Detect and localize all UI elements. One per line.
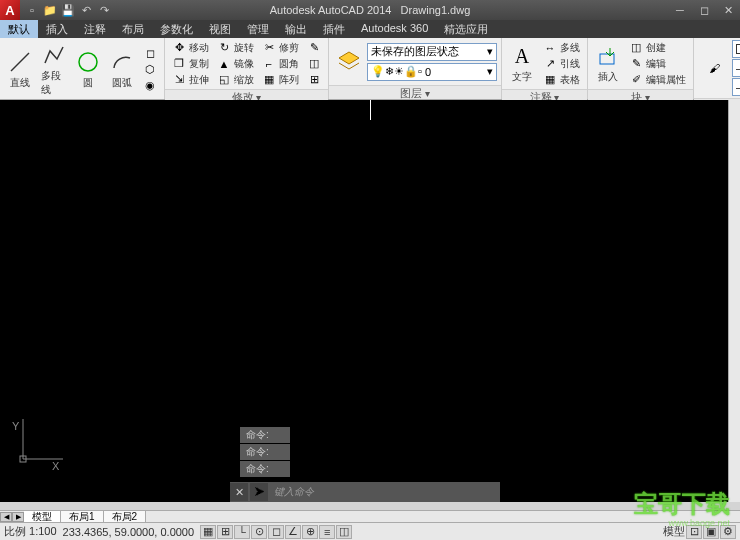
text-button[interactable]: A 文字	[506, 41, 538, 86]
match-icon: 🖌	[701, 55, 727, 81]
arc-icon	[109, 49, 135, 75]
maximize-button[interactable]: ◻	[692, 2, 716, 18]
grid-toggle[interactable]: ⊞	[217, 525, 233, 539]
command-input[interactable]: 键入命令	[274, 485, 500, 499]
watermark-url: www.baoge.net	[668, 518, 730, 528]
ribbon-tabs: 默认 插入 注释 布局 参数化 视图 管理 输出 插件 Autodesk 360…	[0, 20, 740, 38]
qat-undo-icon[interactable]: ↶	[78, 2, 94, 18]
layer-status-icons: 💡❄☀🔒▫	[371, 65, 422, 78]
mirror-button[interactable]: ▲镜像	[214, 56, 257, 71]
viewcube[interactable]	[682, 108, 722, 148]
match-props-button[interactable]: 🖌	[698, 53, 730, 83]
modify-misc2[interactable]: ◫	[304, 56, 324, 71]
window-title: Autodesk AutoCAD 2014 Drawing1.dwg	[270, 4, 471, 16]
lineweight-combo[interactable]: ———ByLayer▾	[732, 59, 740, 77]
svg-point-1	[79, 53, 97, 71]
stretch-button[interactable]: ⇲拉伸	[169, 72, 212, 87]
panel-layers: 未保存的图层状态▾ 💡❄☀🔒▫ 0▾ 图层 ▾	[329, 38, 502, 99]
line-button[interactable]: 直线	[4, 47, 36, 92]
fillet-button[interactable]: ⌐圆角	[259, 56, 302, 71]
move-button[interactable]: ✥移动	[169, 40, 212, 55]
color-combo[interactable]: ByLayer▾	[732, 40, 740, 58]
text-icon: A	[509, 43, 535, 69]
tab-featured[interactable]: 精选应用	[436, 20, 496, 38]
block-create-button[interactable]: ◫创建	[626, 40, 689, 55]
minimize-button[interactable]: ─	[668, 2, 692, 18]
tab-model[interactable]: 模型	[24, 511, 61, 523]
tab-plugins[interactable]: 插件	[315, 20, 353, 38]
polar-toggle[interactable]: ⊙	[251, 525, 267, 539]
qat-new-icon[interactable]: ▫	[24, 2, 40, 18]
quick-access-toolbar: ▫ 📁 💾 ↶ ↷	[20, 2, 116, 18]
snap-toggle[interactable]: ▦	[200, 525, 216, 539]
linetype-combo[interactable]: ———ByLayer▾	[732, 78, 740, 96]
copy-button[interactable]: ❐复制	[169, 56, 212, 71]
tab-layout[interactable]: 布局	[114, 20, 152, 38]
qat-open-icon[interactable]: 📁	[42, 2, 58, 18]
tab-annotate[interactable]: 注释	[76, 20, 114, 38]
dyn-toggle[interactable]: ⊕	[302, 525, 318, 539]
table-button[interactable]: ▦表格	[540, 72, 583, 87]
draw-misc1[interactable]: ◻	[140, 46, 160, 61]
status-scale[interactable]: 比例 1:100	[4, 524, 57, 539]
model-tabs-bar: ◀ ▶ 模型 布局1 布局2	[0, 510, 740, 522]
line-icon	[7, 49, 33, 75]
panel-properties: 🖌 ByLayer▾ ———ByLayer▾ ———ByLayer▾ 特性 ▾	[694, 38, 740, 99]
modify-misc1[interactable]: ✎	[304, 40, 324, 55]
ribbon: 直线 多段线 圆 圆弧 ◻ ⬡ ◉ 绘图 ▾	[0, 38, 740, 100]
app-logo[interactable]: A	[0, 0, 20, 20]
tab-a360[interactable]: Autodesk 360	[353, 20, 436, 38]
svg-line-0	[11, 53, 29, 71]
panel-draw: 直线 多段线 圆 圆弧 ◻ ⬡ ◉ 绘图 ▾	[0, 38, 165, 99]
drawing-canvas[interactable]: Y X 命令: 命令: 命令: ✕ ⮞ 键入命令	[0, 100, 740, 502]
layer-state-combo[interactable]: 未保存的图层状态▾	[367, 43, 497, 61]
draw-misc3[interactable]: ◉	[140, 78, 160, 93]
mline-button[interactable]: ↔多线	[540, 40, 583, 55]
layer-properties-button[interactable]	[333, 47, 365, 77]
titlebar: A ▫ 📁 💾 ↶ ↷ Autodesk AutoCAD 2014 Drawin…	[0, 0, 740, 20]
fillet-icon: ⌐	[262, 57, 276, 71]
array-icon: ▦	[262, 73, 276, 87]
tab-scroll-left[interactable]: ◀	[0, 512, 12, 522]
tab-default[interactable]: 默认	[0, 20, 38, 38]
circle-button[interactable]: 圆	[72, 47, 104, 92]
tab-output[interactable]: 输出	[277, 20, 315, 38]
status-coords: 233.4365, 59.0000, 0.0000	[63, 526, 195, 538]
insert-block-button[interactable]: 插入	[592, 41, 624, 86]
tab-parametric[interactable]: 参数化	[152, 20, 201, 38]
circle-icon	[75, 49, 101, 75]
tab-insert[interactable]: 插入	[38, 20, 76, 38]
panel-annotation: A 文字 ↔多线 ↗引线 ▦表格 注释 ▾	[502, 38, 588, 99]
layer-current-combo[interactable]: 💡❄☀🔒▫ 0▾	[367, 63, 497, 81]
tab-scroll-right[interactable]: ▶	[12, 512, 24, 522]
mirror-icon: ▲	[217, 57, 231, 71]
rotate-button[interactable]: ↻旋转	[214, 40, 257, 55]
cmd-close-button[interactable]: ✕	[230, 483, 248, 501]
block-edit-button[interactable]: ✎编辑	[626, 56, 689, 71]
vertical-scrollbar[interactable]	[728, 100, 740, 502]
arc-button[interactable]: 圆弧	[106, 47, 138, 92]
modify-misc3[interactable]: ⊞	[304, 72, 324, 87]
qat-redo-icon[interactable]: ↷	[96, 2, 112, 18]
polyline-button[interactable]: 多段线	[38, 40, 70, 99]
osnap-toggle[interactable]: ◻	[268, 525, 284, 539]
panel-modify: ✥移动 ❐复制 ⇲拉伸 ↻旋转 ▲镜像 ◱缩放 ✂修剪 ⌐圆角 ▦阵列 ✎ ◫ …	[165, 38, 329, 99]
close-button[interactable]: ✕	[716, 2, 740, 18]
tab-manage[interactable]: 管理	[239, 20, 277, 38]
panel-block: 插入 ◫创建 ✎编辑 ✐编辑属性 块 ▾	[588, 38, 694, 99]
tab-view[interactable]: 视图	[201, 20, 239, 38]
ortho-toggle[interactable]: └	[234, 525, 250, 539]
block-editattr-button[interactable]: ✐编辑属性	[626, 72, 689, 87]
lwt-toggle[interactable]: ≡	[319, 525, 335, 539]
array-button[interactable]: ▦阵列	[259, 72, 302, 87]
statusbar: 比例 1:100 233.4365, 59.0000, 0.0000 ▦ ⊞ └…	[0, 522, 740, 540]
tab-layout1[interactable]: 布局1	[61, 511, 104, 523]
scale-button[interactable]: ◱缩放	[214, 72, 257, 87]
qat-save-icon[interactable]: 💾	[60, 2, 76, 18]
trim-button[interactable]: ✂修剪	[259, 40, 302, 55]
tab-layout2[interactable]: 布局2	[104, 511, 147, 523]
otrack-toggle[interactable]: ∠	[285, 525, 301, 539]
qp-toggle[interactable]: ◫	[336, 525, 352, 539]
draw-misc2[interactable]: ⬡	[140, 62, 160, 77]
leader-button[interactable]: ↗引线	[540, 56, 583, 71]
